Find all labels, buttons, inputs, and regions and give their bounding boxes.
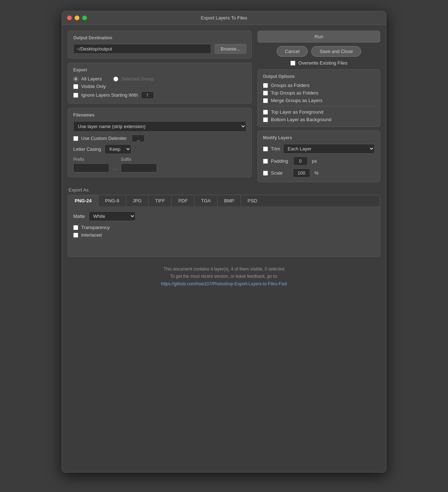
trim-checkbox[interactable] (263, 146, 268, 151)
close-button[interactable] (67, 16, 72, 20)
overwrite-row: Overwrite Existing Files (258, 60, 380, 66)
selected-group-radio[interactable] (113, 76, 118, 82)
scale-row: Scale % (263, 168, 375, 177)
groups-as-folders-label: Groups as Folders (271, 83, 309, 88)
filenames-section: Filenames Use layer name (strip extensio… (68, 108, 252, 177)
custom-delimiter-row: Use Custom Delimiter (73, 135, 246, 142)
scale-input[interactable] (293, 168, 310, 177)
padding-input[interactable] (293, 157, 308, 166)
prefix-suffix-row: Prefix ... Suffix (73, 157, 246, 172)
tab-bmp[interactable]: BMP (218, 195, 241, 206)
scale-checkbox[interactable] (263, 171, 268, 176)
interlaced-label: Interlaced (81, 232, 102, 238)
save-close-button[interactable]: Save and Close (311, 46, 361, 57)
ignore-layers-label: Ignore Layers Starting With (81, 92, 138, 98)
filenames-select[interactable]: Use layer name (strip extension) Use lay… (73, 121, 246, 132)
minimize-button[interactable] (75, 16, 79, 20)
transparency-label: Transparency (81, 225, 110, 230)
scale-unit: % (315, 170, 319, 176)
prefix-col: Prefix (73, 157, 109, 172)
separator-label: ... (113, 165, 117, 171)
run-button[interactable]: Run (258, 31, 380, 43)
ignore-layers-row: Ignore Layers Starting With (73, 91, 246, 99)
visible-only-label: Visible Only (81, 84, 106, 89)
custom-delimiter-checkbox[interactable] (73, 136, 78, 141)
all-layers-row: All Layers Selected Group (73, 76, 246, 82)
padding-row: Padding px (263, 157, 375, 166)
top-layer-foreground-label: Top Layer as Foreground (271, 109, 323, 115)
suffix-label: Suffix (121, 157, 157, 162)
dest-row: Browse... (73, 44, 246, 54)
browse-button[interactable]: Browse... (215, 44, 246, 54)
merge-groups-label: Merge Groups as Layers (271, 98, 322, 103)
suffix-col: Suffix (121, 157, 157, 172)
destination-input[interactable] (73, 44, 211, 54)
window-title: Export Layers To Files (201, 15, 247, 21)
top-groups-as-folders-label: Top Groups as Folders (271, 90, 319, 96)
merge-groups-checkbox[interactable] (263, 98, 268, 103)
visible-only-row: Visible Only (73, 84, 246, 89)
footer-line2: To get the most recent version, or leave… (68, 273, 380, 280)
modify-layers-label: Modify Layers (263, 135, 375, 140)
letter-casing-label: Letter Casing (73, 146, 101, 152)
tab-content-png24: Matte None White Black Other... Transpar… (68, 206, 380, 257)
custom-delimiter-label: Use Custom Delimiter (81, 136, 127, 141)
trim-select[interactable]: Each Layer Canvas None (283, 144, 375, 154)
top-row: Output Destination Browse... Export All … (68, 31, 380, 182)
matte-select[interactable]: None White Black Other... (89, 211, 136, 221)
maximize-button[interactable] (82, 16, 87, 20)
all-layers-label: All Layers (81, 76, 102, 82)
top-layer-foreground-checkbox[interactable] (263, 110, 268, 115)
selected-group-label: Selected Group (121, 76, 154, 82)
bottom-layer-background-checkbox[interactable] (263, 117, 268, 122)
tab-pdf[interactable]: PDF (172, 195, 194, 206)
scale-label: Scale (271, 170, 283, 176)
casing-select[interactable]: Keep Lower Upper (105, 144, 131, 154)
cancel-button[interactable]: Cancel (277, 46, 308, 57)
interlaced-row: Interlaced (73, 232, 375, 238)
divider-1 (263, 106, 375, 106)
tab-png8[interactable]: PNG-8 (98, 195, 126, 206)
top-groups-as-folders-checkbox[interactable] (263, 91, 268, 96)
export-as-label: Export As (68, 187, 380, 193)
matte-row: Matte None White Black Other... (73, 211, 375, 221)
prefix-label: Prefix (73, 157, 109, 162)
tab-tga[interactable]: TGA (194, 195, 218, 206)
padding-checkbox[interactable] (263, 159, 268, 164)
export-section: Export All Layers Selected Group Visible… (68, 63, 252, 104)
overwrite-label: Overwrite Existing Files (298, 60, 347, 66)
dialog-body: Output Destination Browse... Export All … (62, 25, 386, 472)
right-panel: Run Cancel Save and Close Overwrite Exis… (258, 31, 380, 182)
prefix-input[interactable] (73, 163, 109, 172)
top-groups-as-folders-row: Top Groups as Folders (263, 90, 375, 96)
tab-jpg[interactable]: JPG (126, 195, 149, 206)
transparency-row: Transparency (73, 225, 375, 230)
ignore-layers-input[interactable] (141, 91, 154, 99)
overwrite-checkbox[interactable] (290, 61, 295, 66)
filenames-label: Filenames (73, 113, 246, 118)
visible-only-checkbox[interactable] (73, 84, 78, 89)
footer-link[interactable]: https://github.com/hsw107/Photoshop-Expo… (161, 281, 287, 286)
bottom-layer-background-row: Bottom Layer as Background (263, 117, 375, 122)
dialog-window: Export Layers To Files Output Destinatio… (62, 11, 386, 473)
modify-layers-section: Modify Layers Trim Each Layer Canvas Non… (258, 131, 380, 182)
export-as-section: Export As PNG-24 PNG-8 JPG TIFF PDF TGA … (68, 187, 380, 257)
padding-label: Padding (271, 158, 288, 164)
tab-tiff[interactable]: TIFF (149, 195, 172, 206)
groups-as-folders-row: Groups as Folders (263, 83, 375, 88)
top-layer-foreground-row: Top Layer as Foreground (263, 109, 375, 115)
matte-label: Matte (73, 214, 85, 219)
interlaced-checkbox[interactable] (73, 233, 78, 238)
transparency-checkbox[interactable] (73, 225, 78, 230)
delimiter-input[interactable] (132, 135, 145, 142)
groups-as-folders-checkbox[interactable] (263, 83, 268, 88)
output-destination-label: Output Destination (73, 35, 246, 40)
merge-groups-row: Merge Groups as Layers (263, 98, 375, 103)
tab-psd[interactable]: PSD (241, 195, 264, 206)
tab-png24[interactable]: PNG-24 (68, 195, 98, 206)
tabs-row: PNG-24 PNG-8 JPG TIFF PDF TGA BMP PSD (68, 195, 380, 206)
ignore-layers-checkbox[interactable] (73, 93, 78, 98)
padding-unit: px (312, 158, 317, 164)
suffix-input[interactable] (121, 163, 157, 172)
all-layers-radio[interactable] (73, 76, 78, 82)
